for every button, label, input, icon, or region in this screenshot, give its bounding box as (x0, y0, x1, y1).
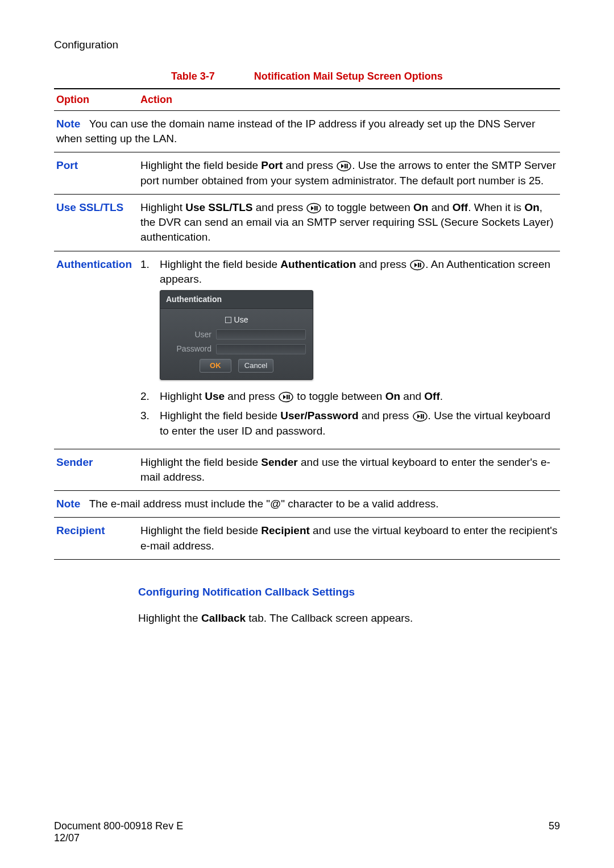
table-caption: Table 3-7 Notification Mail Setup Screen… (54, 71, 560, 82)
subsection-title: Configuring Notification Callback Settin… (138, 586, 560, 598)
option-auth: Authentication (54, 251, 138, 449)
authentication-dialog: Authentication Use User (160, 290, 313, 380)
svg-rect-10 (418, 263, 419, 267)
option-port: Port (54, 152, 138, 194)
user-field[interactable] (216, 329, 306, 340)
svg-rect-2 (345, 164, 346, 168)
option-ssl: Use SSL/TLS (54, 194, 138, 251)
dialog-title: Authentication (160, 291, 313, 309)
options-table: Option Action Note You can use the domai… (54, 88, 560, 560)
svg-marker-17 (417, 414, 420, 419)
step-number: 1. (140, 257, 160, 385)
option-sender: Sender (54, 449, 138, 490)
table-row: Port Highlight the field beside Port and… (54, 152, 560, 194)
use-label: Use (234, 315, 248, 325)
ok-button[interactable]: OK (200, 359, 231, 373)
note-label: Note (56, 498, 80, 510)
enter-icon (412, 411, 428, 422)
password-field[interactable] (216, 344, 306, 354)
table-row: Recipient Highlight the field beside Rec… (54, 518, 560, 559)
enter-icon (336, 160, 352, 172)
footer-page-number: 59 (549, 820, 560, 844)
step-number: 3. (140, 408, 160, 438)
col-action: Action (138, 89, 560, 111)
svg-marker-9 (414, 263, 417, 267)
use-checkbox-row[interactable]: Use (167, 315, 306, 325)
footer-date: 12/07 (54, 832, 183, 844)
svg-rect-19 (422, 414, 424, 419)
svg-marker-5 (311, 206, 314, 210)
cancel-button[interactable]: Cancel (238, 359, 273, 373)
svg-rect-18 (421, 414, 422, 419)
svg-rect-14 (287, 395, 288, 399)
step-number: 2. (140, 389, 160, 404)
note-text: You can use the domain name instead of t… (56, 118, 536, 144)
table-row: Note You can use the domain name instead… (54, 111, 560, 152)
enter-icon (306, 202, 322, 214)
table-row: Authentication 1. Highlight the field be… (54, 251, 560, 449)
note-label: Note (56, 118, 80, 130)
col-option: Option (54, 89, 138, 111)
note-text: The e-mail address must include the "@" … (89, 498, 439, 510)
svg-rect-15 (289, 395, 290, 399)
table-row: Note The e-mail address must include the… (54, 491, 560, 518)
checkbox-icon[interactable] (225, 317, 231, 323)
table-number: Table 3-7 (171, 71, 215, 82)
option-recipient: Recipient (54, 518, 138, 559)
enter-icon (409, 259, 425, 271)
footer-doc-id: Document 800-00918 Rev E (54, 820, 183, 832)
password-label: Password (167, 344, 216, 354)
svg-rect-6 (314, 206, 316, 210)
section-title: Configuration (54, 39, 560, 51)
svg-marker-13 (283, 395, 286, 399)
body-paragraph: Highlight the Callback tab. The Callback… (138, 611, 560, 626)
svg-rect-3 (347, 164, 348, 168)
svg-marker-1 (341, 164, 344, 168)
svg-rect-7 (317, 206, 318, 210)
table-row: Use SSL/TLS Highlight Use SSL/TLS and pr… (54, 194, 560, 251)
user-label: User (167, 329, 216, 340)
table-row: Sender Highlight the field beside Sender… (54, 449, 560, 490)
svg-rect-11 (420, 263, 421, 267)
enter-icon (278, 391, 294, 403)
page-footer: Document 800-00918 Rev E 12/07 59 (54, 820, 560, 844)
table-title: Notification Mail Setup Screen Options (254, 71, 443, 82)
